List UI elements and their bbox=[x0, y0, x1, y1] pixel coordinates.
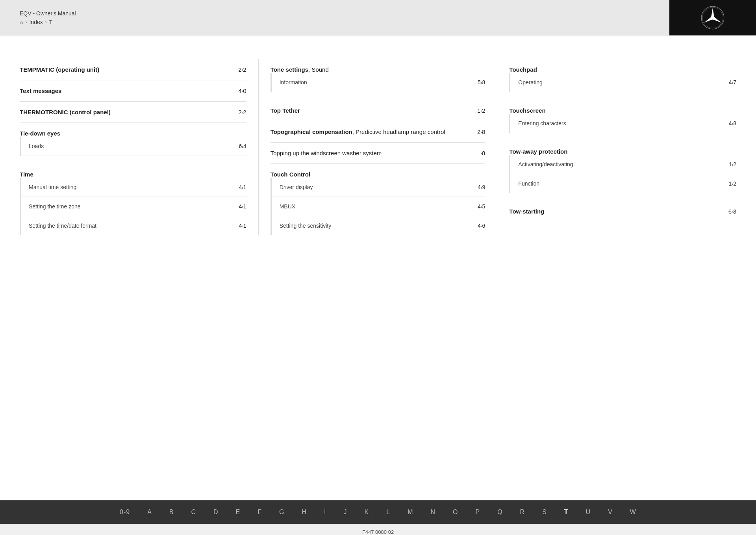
sub-entry-sensitivity: Setting the sensitivity 4›6 bbox=[272, 216, 485, 235]
alpha-d[interactable]: D bbox=[205, 509, 227, 516]
alpha-h[interactable]: H bbox=[293, 509, 316, 516]
alpha-o[interactable]: O bbox=[444, 509, 467, 516]
sub-entry-operating: Operating 4›7 bbox=[510, 73, 736, 92]
sub-label-driver-display: Driver display bbox=[280, 184, 478, 190]
sub-tie-down: Loads 6›4 bbox=[20, 137, 246, 156]
entry-label-touchscreen: Touchscreen bbox=[509, 107, 736, 114]
entry-page-thermotronic[interactable]: 2›2 bbox=[238, 109, 246, 115]
alpha-l[interactable]: L bbox=[378, 509, 399, 516]
entry-thermotronic: THERMOTRONIC (control panel) 2›2 bbox=[20, 102, 246, 123]
manual-title: EQV - Owner's Manual bbox=[20, 10, 76, 17]
alpha-09[interactable]: 0-9 bbox=[111, 509, 139, 516]
sub-entry-driver-display: Driver display 4›9 bbox=[272, 178, 485, 197]
entry-label-tone-settings: Tone settings, Sound bbox=[271, 66, 485, 73]
brand-logo bbox=[669, 0, 756, 35]
col-3: Touchpad Operating 4›7 Touchscreen Enter… bbox=[497, 59, 736, 235]
sub-entry-mbux: MBUX 4›5 bbox=[272, 197, 485, 216]
alpha-a[interactable]: A bbox=[139, 509, 161, 516]
entry-topping-up: Topping up the windscreen washer system … bbox=[271, 143, 485, 164]
spacer-top-tether bbox=[271, 92, 485, 100]
chevron-right-icon-2: › bbox=[45, 19, 47, 25]
entry-tow-away: Tow-away protection bbox=[509, 141, 736, 155]
entry-page-top-tether[interactable]: 1›2 bbox=[477, 107, 485, 114]
sub-page-information[interactable]: 5›8 bbox=[478, 79, 485, 85]
alpha-g[interactable]: G bbox=[271, 509, 293, 516]
alpha-w[interactable]: W bbox=[621, 509, 645, 516]
sub-label-manual-time: Manual time setting bbox=[29, 184, 239, 190]
sub-page-function[interactable]: 1›2 bbox=[729, 180, 736, 187]
alpha-j[interactable]: J bbox=[335, 509, 356, 516]
alpha-f[interactable]: F bbox=[249, 509, 271, 516]
sub-label-mbux: MBUX bbox=[280, 203, 478, 210]
alpha-t[interactable]: T bbox=[556, 509, 577, 516]
index-columns: TEMPMATIC (operating unit) 2›2 Text mess… bbox=[20, 59, 736, 235]
sub-page-operating[interactable]: 4›7 bbox=[729, 79, 736, 85]
sub-page-loads[interactable]: 6›4 bbox=[239, 143, 246, 149]
breadcrumb-index[interactable]: Index bbox=[29, 19, 43, 25]
entry-page-tempmatic[interactable]: 2›2 bbox=[238, 66, 246, 73]
sub-entry-manual-time: Manual time setting 4›1 bbox=[21, 178, 246, 197]
entry-page-topping-up[interactable]: ›8 bbox=[480, 150, 485, 156]
alpha-e[interactable]: E bbox=[227, 509, 249, 516]
entry-touchscreen: Touchscreen bbox=[509, 100, 736, 114]
sub-label-activating: Activating/deactivating bbox=[518, 161, 728, 167]
entry-label-tie-down: Tie-down eyes bbox=[20, 130, 246, 137]
alpha-s[interactable]: S bbox=[534, 509, 556, 516]
alphabet-bar: 0-9 A B C D E F G H I J K L M N O P Q R … bbox=[0, 500, 756, 524]
sub-page-time-zone[interactable]: 4›1 bbox=[239, 203, 246, 210]
sub-entry-entering: Entering characters 4›8 bbox=[510, 114, 736, 133]
entry-top-tether: Top Tether 1›2 bbox=[271, 100, 485, 121]
entry-label-thermotronic: THERMOTRONIC (control panel) bbox=[20, 109, 238, 115]
alpha-r[interactable]: R bbox=[511, 509, 534, 516]
footer-code: F447 0080 02 bbox=[362, 529, 394, 535]
entry-tempmatic: TEMPMATIC (operating unit) 2›2 bbox=[20, 59, 246, 80]
entry-page-topographical[interactable]: 2›8 bbox=[477, 128, 485, 135]
entry-label-text-messages: Text messages bbox=[20, 87, 238, 94]
col-2: Tone settings, Sound Information 5›8 Top… bbox=[259, 59, 498, 235]
sub-page-time-date[interactable]: 4›1 bbox=[239, 223, 246, 229]
sub-label-function: Function bbox=[518, 180, 728, 187]
sub-page-manual-time[interactable]: 4›1 bbox=[239, 184, 246, 190]
sub-page-entering[interactable]: 4›8 bbox=[729, 120, 736, 126]
sub-label-operating: Operating bbox=[518, 79, 728, 85]
alpha-u[interactable]: U bbox=[577, 509, 600, 516]
entry-time: Time bbox=[20, 164, 246, 178]
sub-page-activating[interactable]: 1›2 bbox=[729, 161, 736, 167]
spacer-tow-starting bbox=[509, 193, 736, 201]
sub-page-driver-display[interactable]: 4›9 bbox=[478, 184, 485, 190]
alpha-p[interactable]: P bbox=[467, 509, 489, 516]
main-content: TEMPMATIC (operating unit) 2›2 Text mess… bbox=[0, 35, 756, 500]
alpha-q[interactable]: Q bbox=[489, 509, 511, 516]
sub-time: Manual time setting 4›1 Setting the time… bbox=[20, 178, 246, 235]
entry-label-topping-up: Topping up the windscreen washer system bbox=[271, 150, 481, 156]
sub-touch-control: Driver display 4›9 MBUX 4›5 Setting the … bbox=[271, 178, 485, 235]
entry-page-tow-starting[interactable]: 6›3 bbox=[728, 208, 736, 215]
sub-entry-information: Information 5›8 bbox=[272, 73, 485, 92]
alpha-n[interactable]: N bbox=[422, 509, 444, 516]
sub-page-sensitivity[interactable]: 4›6 bbox=[478, 223, 485, 229]
sub-entry-time-date: Setting the time/date format 4›1 bbox=[21, 216, 246, 235]
col-1: TEMPMATIC (operating unit) 2›2 Text mess… bbox=[20, 59, 259, 235]
sub-label-sensitivity: Setting the sensitivity bbox=[280, 223, 478, 229]
entry-tie-down: Tie-down eyes bbox=[20, 123, 246, 137]
alpha-v[interactable]: V bbox=[599, 509, 621, 516]
alpha-c[interactable]: C bbox=[183, 509, 205, 516]
breadcrumb-t[interactable]: T bbox=[49, 19, 53, 25]
spacer-time bbox=[20, 156, 246, 164]
entry-label-tow-away: Tow-away protection bbox=[509, 148, 736, 155]
mercedes-star-icon bbox=[701, 6, 724, 30]
alpha-i[interactable]: I bbox=[315, 509, 335, 516]
alpha-m[interactable]: M bbox=[399, 509, 422, 516]
alpha-k[interactable]: K bbox=[356, 509, 378, 516]
entry-label-time: Time bbox=[20, 171, 246, 178]
entry-topographical: Topographical compensation, Predictive h… bbox=[271, 121, 485, 143]
entry-touch-control: Touch Control bbox=[271, 164, 485, 178]
home-icon[interactable]: ⌂ bbox=[20, 19, 23, 25]
sub-touchpad: Operating 4›7 bbox=[509, 73, 736, 92]
alpha-b[interactable]: B bbox=[161, 509, 183, 516]
sub-page-mbux[interactable]: 4›5 bbox=[478, 203, 485, 210]
entry-page-text-messages[interactable]: 4›0 bbox=[238, 87, 246, 94]
spacer-touchscreen bbox=[509, 92, 736, 100]
entry-label-top-tether: Top Tether bbox=[271, 107, 477, 114]
sub-entry-activating: Activating/deactivating 1›2 bbox=[510, 155, 736, 174]
